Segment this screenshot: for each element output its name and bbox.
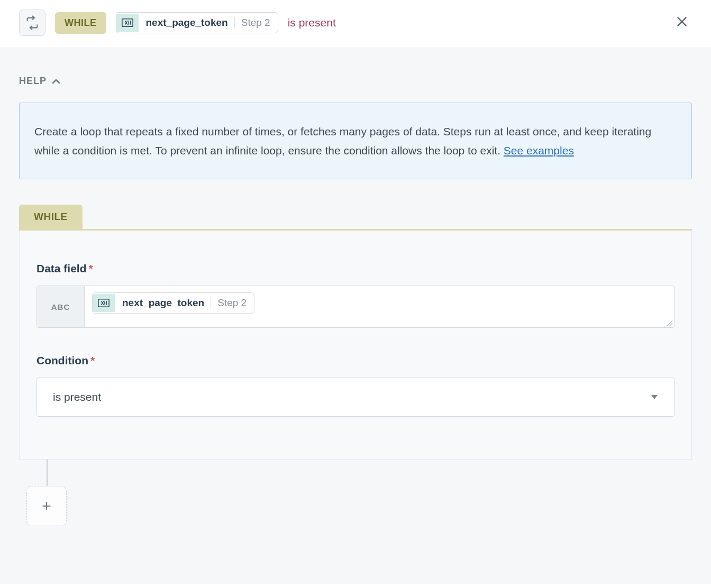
svg-marker-2 <box>651 395 658 399</box>
resize-handle-icon[interactable] <box>666 319 673 326</box>
panel-body: HELP Create a loop that repeats a fixed … <box>0 48 711 584</box>
connector-line <box>47 460 48 486</box>
data-field-token-step: Step 2 <box>211 297 247 309</box>
required-star: * <box>90 354 95 366</box>
help-label: HELP <box>19 76 47 87</box>
data-field-label: Data field* <box>37 262 674 275</box>
while-badge: WHILE <box>55 12 106 34</box>
condition-label: Condition* <box>37 354 674 367</box>
while-tab-row: WHILE <box>19 205 692 229</box>
form-card: Data field* ABC next_page_token <box>19 231 692 460</box>
while-tab[interactable]: WHILE <box>19 205 83 229</box>
svg-rect-1 <box>98 299 109 307</box>
token-name: next_page_token <box>146 17 228 29</box>
condition-select[interactable]: is present <box>37 378 674 417</box>
chevron-up-icon <box>52 78 60 85</box>
loop-icon <box>19 10 45 36</box>
token-step: Step 2 <box>234 17 270 29</box>
plus-icon: + <box>42 497 51 515</box>
add-step-button[interactable]: + <box>26 486 67 526</box>
caret-down-icon <box>651 394 658 400</box>
required-star: * <box>89 262 93 274</box>
data-field-token-name: next_page_token <box>122 297 204 309</box>
variable-icon <box>116 14 139 32</box>
abc-prefix: ABC <box>37 286 85 327</box>
svg-rect-0 <box>122 19 132 27</box>
data-field-body[interactable]: next_page_token Step 2 <box>85 286 674 327</box>
data-field-token-pill[interactable]: next_page_token Step 2 <box>92 292 254 314</box>
see-examples-link[interactable]: See examples <box>504 144 574 157</box>
variable-icon <box>93 294 115 312</box>
data-field-input[interactable]: ABC next_page_token Step 2 <box>37 286 674 328</box>
close-icon[interactable] <box>675 15 689 29</box>
help-toggle[interactable]: HELP <box>19 76 692 87</box>
token-pill[interactable]: next_page_token Step 2 <box>116 12 278 33</box>
help-panel: Create a loop that repeats a fixed numbe… <box>19 103 692 179</box>
header-bar: WHILE next_page_token Step 2 is present <box>0 0 711 48</box>
condition-value: is present <box>53 391 101 403</box>
condition-readout: is present <box>288 16 336 29</box>
